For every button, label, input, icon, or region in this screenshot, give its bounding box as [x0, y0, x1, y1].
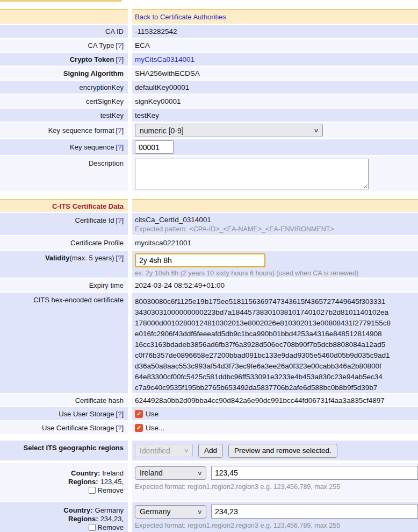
country-select[interactable]: Ireland v	[135, 466, 206, 480]
expiry-time-label: Expiry time	[89, 281, 124, 289]
cits-hex-label: CITS hex-encoded certificate	[33, 296, 124, 304]
certificate-id-hint: Expected pattern: <CPA-ID>_<EA-NAME>_<EA…	[135, 225, 334, 233]
description-textarea[interactable]	[135, 159, 369, 189]
back-to-certificate-authorities-link[interactable]: Back to Certificate Authorities	[135, 13, 226, 21]
remove-region-checkbox[interactable]	[89, 487, 96, 494]
help-badge: [?]	[116, 41, 124, 49]
geo-region-select[interactable]: Identified v	[135, 444, 193, 457]
ca-type-label: CA Type	[88, 41, 114, 49]
validity-input[interactable]	[135, 253, 265, 267]
certificate-profile-value: mycitsca0221001	[135, 239, 191, 247]
regions-input[interactable]	[211, 505, 418, 519]
row-validity: Validity(max. 5 years) [?] ex: 2y 10sh 6…	[0, 251, 418, 278]
checkmark-icon: ✓	[136, 410, 141, 417]
certificate-id-label: Certificate Id	[75, 216, 114, 224]
ca-edit-page: Back to Certificate Authorities CA ID -1…	[0, 0, 418, 532]
key-sequence-label: Key sequence	[70, 143, 114, 151]
row-expiry-time: Expiry time 2024-03-24 08:52:49+01:00	[0, 279, 418, 292]
signing-algorithm-value: SHA256withECDSA	[135, 69, 200, 77]
expiry-time-value: 2024-03-24 08:52:49+01:00	[135, 281, 225, 289]
help-badge: [?]	[116, 410, 124, 418]
regions-format-hint: Expected format: region1,region2,region3…	[135, 483, 340, 491]
table-top-strip	[0, 0, 122, 2]
help-badge: [?]	[116, 143, 124, 151]
row-test-key: testKey testKey	[0, 109, 418, 122]
remove-region-checkbox[interactable]	[89, 524, 96, 531]
row-certificate-hash: Certificate hash 6244928a0bb2d09bba4cc90…	[0, 394, 418, 406]
crypto-token-label: Crypto Token	[70, 55, 114, 63]
ca-id-value: -1153282542	[135, 27, 177, 36]
chevron-down-icon: v	[198, 470, 202, 476]
use-certificate-storage-label: Use Certificate Storage	[42, 424, 114, 432]
key-sequence-format-label: Key sequence format	[48, 126, 114, 134]
certificate-hash-label: Certificate hash	[75, 396, 124, 405]
row-signing-algorithm: Signing Algorithm SHA256withECDSA	[0, 67, 418, 80]
certificate-hash-value: 6244928a0bb2d09bba4cc90d842a6e90dc991bcc…	[135, 396, 385, 405]
crypto-token-link[interactable]: myCitsCa0314001	[135, 55, 194, 63]
certificate-profile-label: Certificate Profile	[70, 239, 124, 247]
certificate-id-value: citsCa_CertId_0314001	[135, 216, 211, 224]
encryption-key-label: encryptionKey	[80, 83, 124, 91]
chevron-down-icon: v	[198, 509, 202, 514]
chevron-down-icon: v	[185, 448, 189, 453]
help-badge: [?]	[116, 216, 124, 224]
geo-regions-label: Select ITS geographic regions	[24, 444, 124, 452]
remove-label: Remove	[98, 486, 124, 494]
signing-algorithm-label: Signing Algorithm	[63, 69, 124, 77]
cert-sign-key-label: certSignKey	[86, 97, 124, 105]
row-cits-hex-certificate: CITS hex-encoded certificate 80030080c6f…	[0, 293, 418, 393]
section-cits-band: C-ITS Certificate Data	[0, 199, 418, 212]
key-sequence-format-select[interactable]: numeric [0-9] v	[135, 124, 323, 137]
header-band: Back to Certificate Authorities	[0, 9, 418, 24]
section-cits-title: C-ITS Certificate Data	[52, 202, 124, 210]
row-key-sequence-format: Key sequence format [?] numeric [0-9] v	[0, 123, 418, 138]
add-region-button[interactable]: Add	[198, 444, 223, 458]
regions-label: Regions:	[68, 478, 98, 486]
country-label: Country:	[63, 506, 92, 514]
validity-label: Validity	[45, 254, 70, 262]
row-key-sequence: Key sequence [?]	[0, 139, 418, 155]
row-geo-regions: Select ITS geographic regions Identified…	[0, 441, 418, 460]
description-label: Description	[89, 159, 124, 167]
validity-label-note: (max. 5 years)	[69, 254, 114, 262]
help-badge: [?]	[116, 126, 124, 134]
use-user-storage-checkbox[interactable]: ✓	[135, 410, 143, 418]
country-value: Ireland	[102, 469, 124, 477]
regions-value: 234,23,	[100, 515, 124, 523]
country-value: Germany	[95, 506, 124, 514]
row-use-certificate-storage: Use Certificate Storage [?] ✓ Use...	[0, 421, 418, 434]
checkmark-icon: ✓	[136, 424, 141, 431]
country-label: Country:	[71, 469, 100, 477]
encryption-key-value: defaultKey00001	[135, 83, 189, 91]
help-badge: [?]	[116, 424, 124, 432]
ca-id-label: CA ID	[105, 27, 124, 36]
test-key-value: testKey	[135, 111, 159, 119]
use-certificate-storage-checkbox-label: Use...	[146, 424, 164, 432]
regions-value: 123,45,	[100, 478, 124, 486]
validity-hint: ex: 2y 10sh 6h (2 years 10 sixty hours 6…	[135, 269, 358, 277]
row-encryption-key: encryptionKey defaultKey00001	[0, 81, 418, 94]
row-region-germany: Country:Germany Regions:234,23, Remove G…	[0, 502, 418, 532]
row-region-ireland: Country:Ireland Regions:123,45, Remove I…	[0, 463, 418, 501]
row-crypto-token: Crypto Token [?] myCitsCa0314001	[0, 53, 418, 66]
help-badge: [?]	[116, 254, 124, 262]
preview-remove-button[interactable]: Preview and remove selected.	[228, 444, 337, 458]
ca-type-value: ECA	[135, 41, 150, 49]
use-user-storage-label: Use User Storage	[59, 410, 114, 418]
row-use-user-storage: Use User Storage [?] ✓ Use	[0, 407, 418, 420]
regions-input[interactable]	[211, 466, 418, 480]
use-user-storage-checkbox-label: Use	[146, 410, 158, 418]
row-certificate-id: Certificate Id [?] citsCa_CertId_0314001…	[0, 213, 418, 235]
regions-label: Regions:	[68, 515, 98, 523]
cits-hex-value: 80030080c6f1125e19b175ee5181156369747343…	[135, 295, 391, 393]
row-ca-id: CA ID -1153282542	[0, 25, 418, 38]
use-certificate-storage-checkbox[interactable]: ✓	[135, 424, 143, 432]
regions-format-hint: Expected format: region1,region2,region3…	[135, 522, 340, 529]
country-select[interactable]: Germany v	[135, 505, 206, 519]
test-key-label: testKey	[100, 111, 124, 119]
help-badge: [?]	[116, 55, 124, 63]
cert-sign-key-value: signKey00001	[135, 97, 181, 105]
row-ca-type: CA Type [?] ECA	[0, 39, 418, 52]
remove-label: Remove	[98, 523, 124, 531]
key-sequence-input[interactable]	[135, 140, 174, 154]
